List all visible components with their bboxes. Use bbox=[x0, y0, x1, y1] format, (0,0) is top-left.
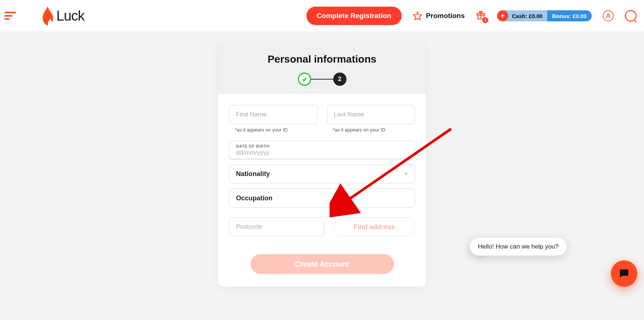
topbar: Luck Complete Registration Promotions 1 … bbox=[0, 0, 644, 32]
card-body: *as it appears on your ID *as it appears… bbox=[218, 94, 426, 286]
nationality-label: Nationality bbox=[236, 170, 270, 178]
check-icon bbox=[302, 76, 307, 82]
occupation-label: Occupation bbox=[236, 194, 272, 202]
last-name-field[interactable] bbox=[327, 105, 415, 124]
card-title: Personal informations bbox=[225, 53, 419, 65]
svg-point-4 bbox=[607, 14, 609, 16]
complete-registration-button[interactable]: Complete Registration bbox=[306, 7, 402, 25]
first-name-field[interactable] bbox=[229, 105, 317, 124]
step-indicator: 2 bbox=[225, 73, 419, 86]
step-connector bbox=[311, 79, 333, 80]
star-icon bbox=[413, 11, 422, 21]
bonus-balance: Bonus: £0.00 bbox=[547, 10, 592, 21]
postcode-field[interactable] bbox=[229, 217, 324, 236]
find-address-button[interactable]: Find address bbox=[334, 217, 415, 236]
brand-logo[interactable]: Luck bbox=[39, 6, 84, 26]
cash-balance: Cash: £0.00 bbox=[510, 13, 547, 19]
dob-label: DATE OF BIRTH bbox=[236, 144, 408, 148]
brand-name: Luck bbox=[56, 8, 84, 24]
plus-icon: + bbox=[497, 10, 508, 21]
search-button[interactable] bbox=[625, 10, 637, 22]
account-button[interactable] bbox=[603, 10, 614, 21]
chat-icon bbox=[618, 267, 630, 280]
dob-placeholder: dd/mm/yyyy bbox=[236, 149, 408, 157]
last-name-hint: *as it appears on your ID bbox=[333, 127, 415, 133]
gift-button[interactable]: 1 bbox=[476, 10, 486, 22]
registration-card: Personal informations 2 *as it appears o… bbox=[218, 43, 426, 286]
occupation-select[interactable]: Occupation bbox=[229, 189, 415, 208]
balance-pill[interactable]: + Cash: £0.00 Bonus: £0.00 bbox=[497, 10, 592, 21]
step-2-current: 2 bbox=[333, 73, 346, 86]
menu-button[interactable] bbox=[4, 9, 18, 23]
gift-badge: 1 bbox=[482, 17, 488, 23]
svg-marker-0 bbox=[414, 12, 422, 20]
chevron-down-icon bbox=[404, 173, 408, 175]
card-header: Personal informations 2 bbox=[218, 43, 426, 94]
nav-promotions-label: Promotions bbox=[426, 12, 465, 20]
chat-fab[interactable] bbox=[611, 260, 637, 287]
dob-field[interactable]: DATE OF BIRTH dd/mm/yyyy bbox=[229, 141, 415, 159]
flame-icon bbox=[39, 6, 56, 26]
step-1-done bbox=[298, 73, 311, 86]
nav-promotions[interactable]: Promotions bbox=[413, 11, 465, 21]
topbar-right: Complete Registration Promotions 1 + Cas… bbox=[306, 7, 637, 25]
create-account-button[interactable]: Create Account bbox=[250, 254, 394, 274]
user-icon bbox=[605, 13, 611, 19]
first-name-hint: *as it appears on your ID bbox=[235, 127, 317, 133]
chat-greeting-bubble[interactable]: Hello! How can we help you? bbox=[470, 238, 567, 256]
nationality-select[interactable]: Nationality bbox=[229, 164, 415, 183]
